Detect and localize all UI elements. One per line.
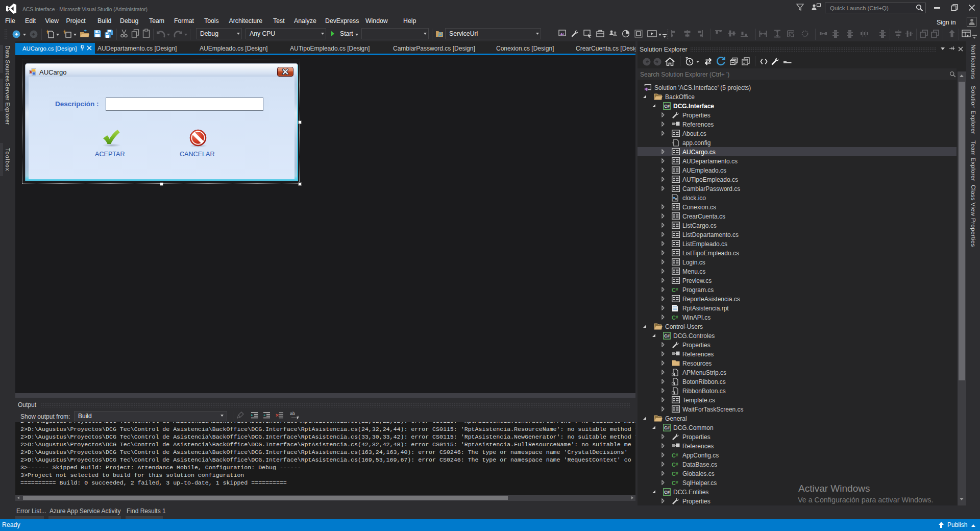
svg-text:#: #	[676, 452, 678, 457]
svg-text:C#: C#	[664, 425, 670, 430]
svg-text:C: C	[672, 462, 676, 468]
svg-text:#: #	[676, 480, 678, 485]
svg-text:#: #	[676, 471, 678, 476]
svg-text:#: #	[676, 287, 678, 292]
svg-text:C: C	[672, 452, 676, 458]
svg-text:C: C	[672, 471, 676, 477]
svg-text:#: #	[676, 315, 678, 320]
svg-text:C#: C#	[664, 333, 670, 339]
svg-text:#: #	[676, 462, 678, 467]
svg-text:C#: C#	[664, 104, 670, 109]
svg-text:C: C	[672, 287, 676, 293]
svg-text:ab: ab	[290, 411, 295, 416]
svg-text:C: C	[672, 480, 676, 486]
svg-text:C#: C#	[664, 490, 670, 495]
svg-text:C: C	[672, 315, 676, 321]
